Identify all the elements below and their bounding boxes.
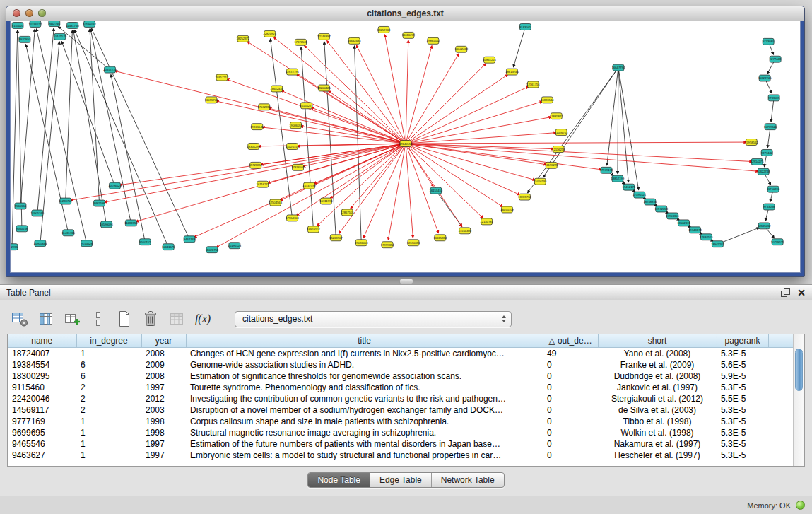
network-node[interactable]: 10322748 [757, 168, 770, 175]
cell[interactable]: Genome-wide association studies in ADHD. [186, 359, 543, 370]
table-row[interactable]: 1456911722003Disruption of a novel membe… [8, 404, 795, 416]
cell[interactable]: Franke et al. (2009) [598, 359, 717, 370]
network-node[interactable]: 16642435 [270, 86, 283, 92]
network-node[interactable]: 16415884 [434, 235, 447, 241]
network-node[interactable]: 17999354 [381, 242, 394, 248]
network-node[interactable]: 10196522 [29, 21, 42, 27]
network-node[interactable]: 10905340 [31, 210, 45, 216]
network-node[interactable]: 16116279 [402, 32, 416, 38]
network-node[interactable]: 10905344 [34, 240, 47, 247]
table-row[interactable]: 2242004622012Investigating the contribut… [8, 393, 795, 404]
cell[interactable]: 9465546 [8, 438, 76, 450]
close-panel-icon[interactable]: ✕ [797, 288, 806, 298]
table-row[interactable]: 1872400712008Changes of HCN gene express… [8, 348, 795, 360]
cell[interactable]: Changes of HCN gene expression and I(f) … [186, 348, 543, 360]
cell[interactable]: 49 [543, 348, 598, 360]
network-edge[interactable] [406, 144, 413, 238]
network-node[interactable]: 15728852 [249, 162, 262, 168]
tab-edge-table[interactable]: Edge Table [370, 473, 431, 487]
network-edge[interactable] [356, 45, 406, 144]
function-builder-icon[interactable]: f(x) [193, 310, 213, 328]
network-edge[interactable] [58, 26, 110, 69]
cell[interactable]: 1 [76, 450, 141, 461]
tab-network-table[interactable]: Network Table [431, 473, 504, 487]
cell[interactable]: 5.3E-5 [717, 450, 768, 461]
network-node[interactable]: 16642438 [454, 46, 468, 52]
cell[interactable]: 6 [76, 370, 141, 382]
table-row[interactable]: 1938455462009Genome-wide association stu… [8, 359, 795, 370]
cell[interactable]: 1997 [141, 450, 186, 461]
scrollbar-thumb[interactable] [795, 349, 803, 391]
network-node[interactable]: 16116277 [257, 181, 270, 187]
cell[interactable]: 0 [543, 393, 598, 404]
network-node[interactable]: 18945202 [711, 241, 724, 247]
network-node[interactable]: 15747599 [302, 182, 316, 189]
network-node[interactable]: 10196528 [228, 243, 242, 249]
cell[interactable]: 2008 [141, 370, 186, 382]
network-node[interactable]: 17554303 [286, 215, 299, 221]
cell[interactable]: 2 [76, 404, 141, 416]
cell[interactable]: Wolkin et al. (1998) [598, 427, 717, 438]
network-node[interactable]: 10196525 [108, 182, 122, 189]
network-edge[interactable] [406, 144, 752, 161]
cell[interactable]: 2009 [141, 359, 186, 370]
delete-table-icon[interactable] [141, 310, 160, 328]
network-node[interactable]: 12504563 [269, 199, 282, 206]
network-node[interactable]: 16055706 [205, 97, 218, 103]
cell[interactable]: 0 [543, 382, 598, 393]
network-edge[interactable] [90, 29, 131, 223]
cell[interactable]: Tibbo et al. (1998) [598, 416, 717, 427]
column-header-year[interactable]: year [141, 334, 186, 348]
network-node[interactable]: 19861542 [427, 37, 440, 44]
create-column-icon[interactable] [62, 310, 82, 328]
cell[interactable]: 0 [543, 370, 598, 382]
network-edge[interactable] [513, 27, 525, 67]
network-edge[interactable] [607, 68, 618, 165]
cell[interactable]: 5.3E-5 [717, 416, 768, 427]
network-node[interactable]: 17885812 [550, 113, 563, 119]
import-table-icon[interactable] [167, 310, 187, 328]
network-node[interactable]: 16055709 [500, 206, 514, 213]
network-node[interactable]: 19086053 [355, 240, 368, 246]
network-edge[interactable] [351, 144, 406, 209]
network-node[interactable]: 9560158 [16, 226, 28, 232]
cell[interactable]: Hescheler et al. (1997) [598, 450, 717, 461]
network-node[interactable]: 17376505 [294, 39, 307, 45]
cell[interactable]: Yano et al. (2008) [598, 348, 717, 360]
network-node[interactable]: 9277448 [770, 56, 782, 62]
network-node[interactable]: 10441570 [53, 33, 66, 40]
cell[interactable]: 5.3E-5 [717, 382, 768, 393]
network-edge[interactable] [327, 40, 406, 144]
network-edge[interactable] [406, 133, 556, 144]
cell[interactable]: 9699695 [8, 427, 76, 438]
network-node[interactable]: 18613745 [505, 69, 519, 75]
cell[interactable]: 18300295 [8, 370, 76, 382]
panel-splitter-handle[interactable] [399, 279, 413, 284]
network-node[interactable]: 18258856 [643, 199, 657, 205]
network-node[interactable]: 11283755 [124, 220, 138, 226]
network-edge[interactable] [406, 142, 746, 144]
cell[interactable]: 19384554 [8, 359, 76, 370]
network-node[interactable]: 9560156 [15, 203, 27, 209]
tab-node-table[interactable]: Node Table [308, 473, 370, 487]
network-node[interactable]: 19086055 [289, 122, 302, 129]
network-node[interactable]: 17634515 [700, 234, 713, 240]
network-edge[interactable] [61, 41, 114, 185]
network-node[interactable]: 16647794 [612, 64, 625, 71]
network-node[interactable]: 18562315 [677, 220, 690, 226]
network-edge[interactable] [543, 68, 618, 177]
cell[interactable]: 1997 [141, 382, 186, 393]
network-node[interactable]: 18200425 [317, 85, 331, 91]
network-node[interactable]: 12140781 [480, 218, 493, 225]
cell[interactable]: 2 [76, 382, 141, 393]
network-node[interactable]: 18252372 [237, 35, 250, 42]
cell[interactable]: 5.3E-5 [717, 348, 768, 360]
network-node[interactable]: 11026750 [286, 144, 299, 150]
network-node[interactable]: 11710890 [767, 186, 780, 192]
network-node[interactable]: 19412175 [623, 184, 636, 190]
network-edge[interactable] [111, 74, 145, 242]
network-node[interactable]: 17554300 [458, 228, 471, 234]
network-node[interactable]: 10739525 [771, 239, 784, 245]
network-node[interactable]: 12867505 [341, 209, 354, 216]
network-edge[interactable] [20, 29, 35, 206]
